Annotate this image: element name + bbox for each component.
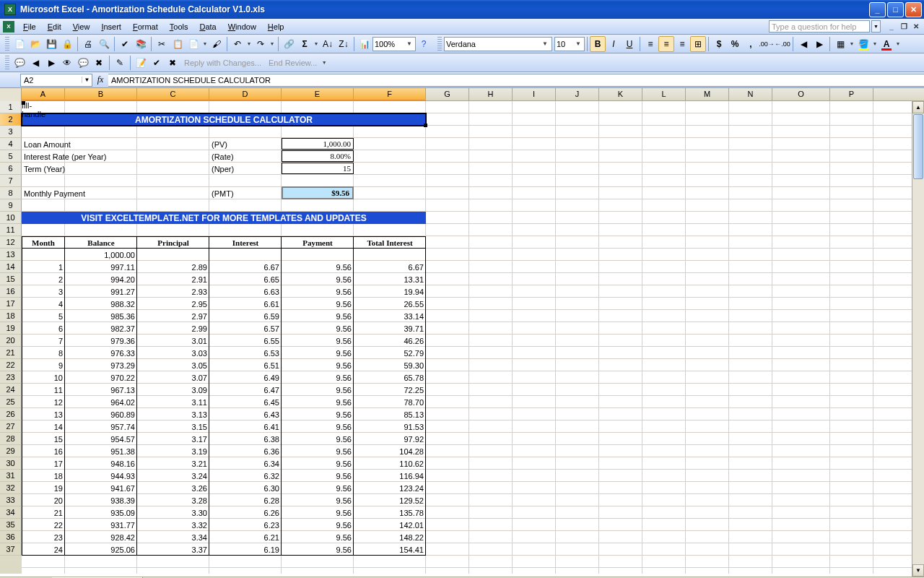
loan-amount-input[interactable]: 1,000.00 xyxy=(282,138,354,150)
font-dropdown-icon[interactable]: ▼ xyxy=(540,40,550,47)
table-cell[interactable]: 3.13 xyxy=(137,408,209,420)
table-cell[interactable]: 925.06 xyxy=(65,543,137,556)
table-cell[interactable]: 6.21 xyxy=(209,531,282,543)
table-cell[interactable]: 9.56 xyxy=(282,347,354,359)
sort-desc-button[interactable]: Z↓ xyxy=(336,36,352,52)
table-cell[interactable]: 6.61 xyxy=(209,298,282,310)
fontsize-input[interactable] xyxy=(557,38,574,50)
table-cell[interactable]: 991.27 xyxy=(65,285,137,298)
show-comment-button[interactable]: 👁 xyxy=(59,55,75,71)
term-code[interactable]: (Nper) xyxy=(209,163,282,175)
table-cell[interactable]: 129.52 xyxy=(354,494,426,506)
col-header-payment[interactable]: Payment xyxy=(282,236,354,249)
table-cell[interactable]: 97.92 xyxy=(354,433,426,445)
table-cell[interactable]: 11 xyxy=(22,384,65,396)
decrease-indent-button[interactable]: ◀ xyxy=(796,36,811,52)
table-cell[interactable]: 72.25 xyxy=(354,384,426,396)
row-header-35[interactable]: 35 xyxy=(0,519,22,531)
autosum-dropdown-icon[interactable]: ▼ xyxy=(313,36,320,52)
pmt-label[interactable]: Monthly Payment xyxy=(22,187,209,199)
table-cell[interactable]: 6.49 xyxy=(209,371,282,384)
print-button[interactable]: 🖨 xyxy=(80,36,96,52)
table-cell[interactable]: 928.42 xyxy=(65,531,137,543)
help-search-input[interactable] xyxy=(769,20,870,33)
show-ink-button[interactable]: ✎ xyxy=(112,55,128,71)
table-cell[interactable]: 3.19 xyxy=(137,445,209,457)
table-cell[interactable]: 6.28 xyxy=(209,494,282,506)
new-comment-button[interactable]: 💬 xyxy=(12,55,27,71)
sort-asc-button[interactable]: A↓ xyxy=(320,36,336,52)
pmt-code[interactable]: (PMT) xyxy=(209,187,282,199)
table-cell[interactable]: 148.22 xyxy=(354,531,426,543)
print-preview-button[interactable]: 🔍 xyxy=(96,36,112,52)
title-banner[interactable]: AMORTIZATION SCHEDULE CALCULATOR xyxy=(22,113,426,126)
table-cell[interactable]: 16 xyxy=(22,445,65,457)
row-header-34[interactable]: 34 xyxy=(0,506,22,519)
cut-button[interactable]: ✂ xyxy=(154,36,170,52)
table-cell[interactable]: 9.56 xyxy=(282,445,354,457)
row-header-31[interactable]: 31 xyxy=(0,470,22,482)
table-cell[interactable]: 9.56 xyxy=(282,261,354,273)
table-cell[interactable]: 976.33 xyxy=(65,347,137,359)
table-cell[interactable]: 13 xyxy=(22,408,65,420)
row-header-4[interactable]: 4 xyxy=(0,138,22,150)
menu-window[interactable]: Window xyxy=(222,21,262,33)
table-cell[interactable]: 9.56 xyxy=(282,322,354,335)
rate-input[interactable]: 8.00% xyxy=(282,150,354,162)
col-header-total-interest[interactable]: Total Interest xyxy=(354,236,426,249)
table-cell[interactable]: 135.78 xyxy=(354,506,426,519)
minimize-button[interactable]: _ xyxy=(869,2,886,17)
show-all-comments-button[interactable]: 💬 xyxy=(75,55,91,71)
fontsize-dropdown-icon[interactable]: ▼ xyxy=(574,40,583,47)
table-cell[interactable]: 6.30 xyxy=(209,482,282,494)
table-cell[interactable]: 6.63 xyxy=(209,285,282,298)
menu-view[interactable]: View xyxy=(67,21,96,33)
table-cell[interactable]: 967.13 xyxy=(65,384,137,396)
chart-wizard-button[interactable]: 📊 xyxy=(357,36,372,52)
table-cell[interactable]: 6.26 xyxy=(209,506,282,519)
table-cell[interactable]: 9.56 xyxy=(282,285,354,298)
next-comment-button[interactable]: ▶ xyxy=(43,55,59,71)
table-cell[interactable]: 9.56 xyxy=(282,531,354,543)
row-header-1[interactable]: 1 xyxy=(0,101,22,113)
row-header-27[interactable]: 27 xyxy=(0,420,22,433)
table-cell[interactable]: 7 xyxy=(22,335,65,347)
table-cell[interactable]: 3.11 xyxy=(137,396,209,408)
maximize-button[interactable]: □ xyxy=(887,2,904,17)
toolbar-handle-2[interactable] xyxy=(437,37,442,51)
table-cell[interactable]: 6.43 xyxy=(209,408,282,420)
table-cell[interactable]: 9.56 xyxy=(282,470,354,482)
rate-label[interactable]: Interest Rate (per Year) xyxy=(22,150,209,163)
row-header-15[interactable]: 15 xyxy=(0,273,22,285)
col-header-G[interactable]: G xyxy=(426,88,469,100)
align-left-button[interactable]: ≡ xyxy=(642,36,658,52)
table-cell[interactable]: 5 xyxy=(22,310,65,322)
reviewing-options-icon[interactable]: ▼ xyxy=(321,55,328,71)
table-cell[interactable]: 33.14 xyxy=(354,310,426,322)
table-cell[interactable]: 26.55 xyxy=(354,298,426,310)
spreadsheet-grid[interactable]: ABCDEFGHIJKLMNOP 12345678910111213141516… xyxy=(0,88,924,577)
percent-button[interactable]: % xyxy=(727,36,743,52)
table-cell[interactable]: 2.99 xyxy=(137,322,209,335)
table-cell[interactable]: 4 xyxy=(22,298,65,310)
vertical-scrollbar[interactable]: ▲ ▼ xyxy=(912,101,924,577)
fill-color-button[interactable]: 🪣 xyxy=(855,36,871,52)
table-cell[interactable]: 6.57 xyxy=(209,322,282,335)
table-cell[interactable]: 10 xyxy=(22,371,65,384)
table-cell[interactable]: 116.94 xyxy=(354,470,426,482)
end-review-button[interactable]: End Review... xyxy=(265,57,321,69)
table-cell[interactable]: 12 xyxy=(22,396,65,408)
table-cell[interactable]: 3.05 xyxy=(137,359,209,371)
table-cell[interactable]: 52.79 xyxy=(354,347,426,359)
font-combo[interactable]: ▼ xyxy=(444,37,552,51)
table-cell[interactable]: 6.45 xyxy=(209,396,282,408)
menu-tools[interactable]: Tools xyxy=(164,21,194,33)
comma-button[interactable]: , xyxy=(743,36,759,52)
col-header-F[interactable]: F xyxy=(354,88,426,100)
redo-button[interactable]: ↷ xyxy=(253,36,269,52)
italic-button[interactable]: I xyxy=(606,36,622,52)
table-cell[interactable]: 9.56 xyxy=(282,420,354,433)
table-cell[interactable]: 938.39 xyxy=(65,494,137,506)
row-header-26[interactable]: 26 xyxy=(0,408,22,420)
col-header-N[interactable]: N xyxy=(729,88,772,100)
